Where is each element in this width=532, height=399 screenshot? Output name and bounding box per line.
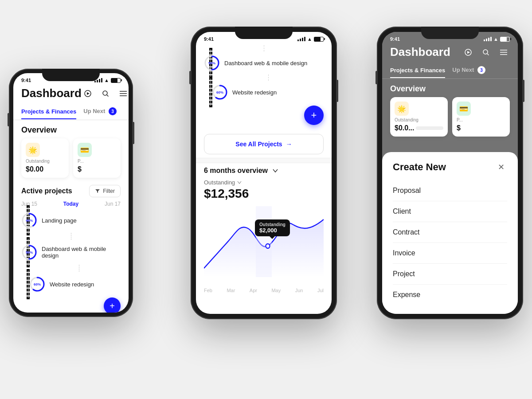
- progress-circle-50: 50%: [204, 55, 220, 71]
- see-all-projects-button[interactable]: See All Projects →: [204, 134, 324, 154]
- project-name: Dashboard web & mobile design: [224, 60, 307, 66]
- modal-item-proposal[interactable]: Proposal: [393, 180, 507, 201]
- phone3-screen: 9:41 ▲ Dashboard: [382, 32, 518, 314]
- outstanding-icon: 🌟: [395, 102, 409, 116]
- signal-icon: [484, 37, 492, 41]
- project-item: 50% Dashboard web & mobile design: [196, 51, 332, 74]
- modal-item-invoice[interactable]: Invoice: [393, 243, 507, 264]
- time: 9:41: [390, 36, 400, 42]
- active-projects-header: Active projects Filter: [13, 183, 129, 201]
- section-title: Overview: [13, 120, 129, 138]
- chart-container: Outstanding $2,000: [196, 206, 332, 286]
- outstanding-value: $0.00: [26, 165, 64, 173]
- date-today: Today: [63, 201, 78, 207]
- fab-button[interactable]: +: [104, 297, 121, 313]
- volume-button: [189, 71, 191, 84]
- modal-item-contract[interactable]: Contract: [393, 222, 507, 243]
- phone-left: 9:41 ▲ Dashboard: [9, 69, 133, 317]
- menu-icon[interactable]: [117, 87, 129, 100]
- badge: 3: [477, 66, 485, 74]
- modal-title: Create New: [393, 161, 446, 173]
- tab-projects-finances[interactable]: Projects & Finances: [390, 63, 445, 78]
- app-title: Dashboard: [21, 86, 82, 100]
- modal-close-button[interactable]: ✕: [495, 161, 507, 173]
- phones-container: 9:41 ▲ Dashboard: [0, 0, 532, 399]
- volume-button: [8, 113, 9, 126]
- notch: [235, 27, 293, 39]
- project-item: 40% Landing page: [13, 209, 129, 232]
- modal-item-project[interactable]: Project: [393, 264, 507, 285]
- power-button: [523, 80, 524, 102]
- status-bar: 9:41 ▲: [382, 32, 518, 43]
- section-title: Overview: [382, 79, 518, 97]
- svg-point-21: [483, 50, 488, 54]
- tab-projects-finances[interactable]: Projects & Finances: [21, 105, 76, 119]
- battery-fill: [111, 78, 117, 82]
- paid-label: P...: [78, 159, 116, 164]
- progress-circle-50: 50%: [21, 244, 37, 260]
- svg-rect-17: [256, 206, 272, 277]
- app-header: Dashboard: [382, 43, 518, 63]
- header-icons: [82, 87, 129, 100]
- app-header: Dashboard: [13, 85, 129, 104]
- project-name: Website redesign: [50, 281, 94, 288]
- search-icon[interactable]: [99, 87, 112, 100]
- power-button: [337, 80, 338, 102]
- wifi-icon: ▲: [104, 78, 109, 83]
- project-item: 60% Website redesign: [13, 273, 129, 296]
- status-icons: ▲: [297, 36, 324, 42]
- search-icon[interactable]: [480, 46, 492, 59]
- project-name: Landing page: [42, 217, 77, 224]
- fab-button[interactable]: +: [304, 106, 324, 125]
- project-name: Website redesign: [232, 89, 277, 96]
- modal-item-client[interactable]: Client: [393, 201, 507, 222]
- modal-header: Create New ✕: [393, 161, 507, 173]
- battery-fill: [501, 37, 507, 41]
- overview-cards: 🌟 Outstanding $0.00 💳 P... $: [13, 138, 129, 183]
- outstanding-label: Outstanding: [395, 117, 443, 122]
- tab-up-next[interactable]: Up Next 3: [83, 104, 117, 120]
- svg-marker-1: [87, 92, 90, 95]
- battery-fill: [314, 37, 321, 41]
- wifi-icon: ▲: [307, 36, 312, 42]
- modal-item-expense[interactable]: Expense: [393, 285, 507, 305]
- time: 9:41: [21, 78, 31, 83]
- status-icons: ▲: [484, 36, 510, 42]
- svg-point-2: [103, 91, 107, 95]
- paid-label: P...: [457, 117, 505, 122]
- time: 9:41: [204, 36, 214, 42]
- play-icon[interactable]: [82, 87, 94, 100]
- battery-icon: [111, 78, 121, 83]
- date-right: Jun 17: [105, 201, 121, 207]
- outstanding-icon: 🌟: [26, 143, 40, 157]
- filter-button[interactable]: Filter: [89, 185, 121, 197]
- outstanding-label: Outstanding: [26, 159, 64, 164]
- paid-card: 💳 P... $: [73, 138, 121, 178]
- play-icon[interactable]: [462, 46, 474, 59]
- header-icons: [462, 46, 510, 59]
- badge: 3: [109, 107, 117, 115]
- tabs: Projects & Finances Up Next 3: [382, 63, 518, 79]
- timeline-dates: Jun 15 Today Jun 17: [13, 201, 129, 207]
- paid-icon: 💳: [78, 143, 92, 157]
- signal-icon: [297, 37, 305, 41]
- chart-x-labels: Feb Mar Apr May Jun Jul: [196, 286, 332, 293]
- outstanding-value: $12,356: [196, 186, 332, 206]
- svg-point-18: [266, 244, 270, 248]
- paid-card: 💳 P... $: [452, 97, 510, 137]
- chart-tooltip: Outstanding $2,000: [255, 219, 290, 236]
- wifi-icon: ▲: [493, 36, 498, 42]
- menu-icon[interactable]: [497, 46, 510, 59]
- phone-right: 9:41 ▲ Dashboard: [377, 27, 523, 319]
- outstanding-label-row: Outstanding: [196, 179, 332, 186]
- paid-value: $: [78, 165, 116, 173]
- project-item: 60% Website redesign: [196, 81, 332, 104]
- tab-up-next[interactable]: Up Next 3: [452, 63, 485, 78]
- progress-circle-40: 40%: [21, 212, 37, 228]
- outstanding-card: 🌟 Outstanding $0.0...: [390, 97, 448, 137]
- power-button: [133, 122, 134, 144]
- app-title: Dashboard: [390, 45, 450, 59]
- phone-center: 9:41 ▲: [191, 27, 337, 319]
- phone2-screen: 9:41 ▲: [196, 32, 332, 314]
- phone1-screen: 9:41 ▲ Dashboard: [13, 73, 129, 313]
